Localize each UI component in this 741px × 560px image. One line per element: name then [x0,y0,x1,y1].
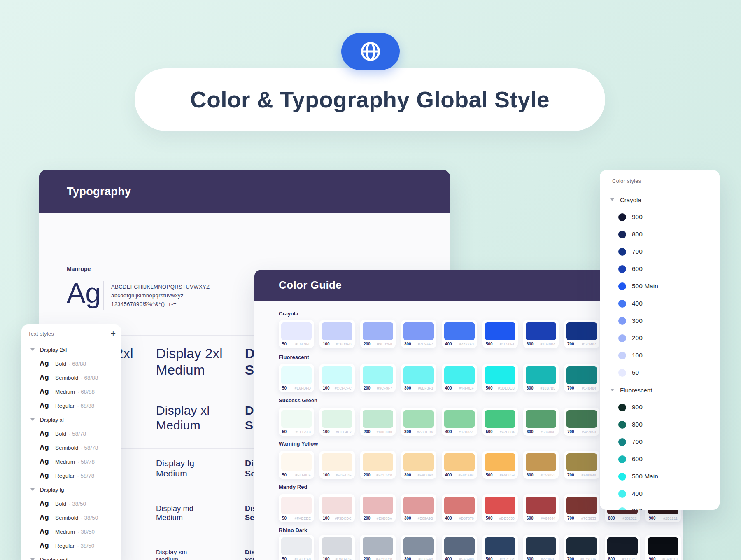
swatch-label-row: 50#EFFAF3 [282,429,311,435]
swatch-shade-label: 600 [527,516,534,520]
color-swatch-card[interactable]: 100#CCFCFC [319,364,355,392]
color-swatch-card[interactable]: 600#18B7B5 [523,364,559,392]
color-swatch-card[interactable]: 200#ACB4C0 [360,535,396,560]
text-style-item[interactable]: AgBold· 68/88 [21,357,121,371]
color-swatch-card[interactable]: 100#F3DCDC [319,494,355,522]
color-swatch-card[interactable]: 400#D87876 [442,494,477,522]
chevron-down-icon[interactable] [30,558,35,560]
text-style-item[interactable]: AgSemibold· 58/78 [21,441,121,455]
chevron-down-icon[interactable] [610,198,614,201]
text-style-group-display-md[interactable]: Display md [21,553,121,560]
color-swatch-card[interactable]: 300#E09A9B [401,494,436,522]
chevron-down-icon[interactable] [610,389,614,391]
color-swatch-card[interactable]: 700#1D2B3A [564,535,599,560]
text-style-item[interactable]: AgMedium· 68/88 [21,385,121,399]
color-swatch-card[interactable]: 700#143487 [564,320,599,348]
color-swatch-card[interactable]: 500#DD5050 [482,494,518,522]
color-swatch-card[interactable]: 700#A08948 [564,451,599,479]
color-swatch-card[interactable]: 500#47C884 [482,408,518,436]
swatch-label-row: 100#D6D9DF [323,556,352,560]
text-style-item[interactable]: AgMedium· 58/78 [21,455,121,469]
color-swatch-card[interactable]: 300#F9D8A2 [401,451,436,479]
color-swatch-card[interactable]: 300#838FA0 [401,535,436,560]
color-swatch [403,537,434,555]
color-swatch-card[interactable]: 100#D6D9DF [319,535,355,560]
color-swatch-card[interactable]: 200#FCE5C0 [360,451,396,479]
color-style-item[interactable]: 900 [600,208,720,226]
color-swatch-card[interactable]: 500#2C4364 [482,535,518,560]
color-swatch [566,453,597,471]
text-style-group-display-2xl[interactable]: Display 2xl [21,343,121,357]
color-swatch-card[interactable]: 50#E6E9FE [279,320,314,348]
text-style-item[interactable]: AgRegular· 68/88 [21,399,121,413]
swatch-group-label: Fluorescent [279,354,309,360]
color-style-item[interactable]: 200 [600,329,720,347]
color-swatch-card[interactable]: 700#427853 [564,408,599,436]
color-swatch-card[interactable]: 200#9EB2F8 [360,320,396,348]
color-swatch-card[interactable]: 400#5A6980 [442,535,477,560]
color-swatch-card[interactable]: 50#FAEEEE [279,494,314,522]
chevron-down-icon[interactable] [30,348,35,351]
color-swatch [281,497,312,514]
color-swatch-card[interactable]: 400#4477F3 [442,320,477,348]
color-swatch-card[interactable]: 300#7E9AF7 [401,320,436,348]
color-style-item[interactable]: 600 [600,450,720,468]
color-swatch-card[interactable]: 300#A3DEB6 [401,408,436,436]
color-style-item[interactable]: 700 [600,433,720,450]
color-swatch-card[interactable]: 600#1B40B4 [523,320,559,348]
color-swatch-card[interactable]: 300#6EF3F3 [401,364,436,392]
color-style-item[interactable]: 800 [600,226,720,243]
color-swatch-card[interactable]: 100#DFF4E7 [319,408,355,436]
color-swatch-card[interactable]: 200#9CF9F7 [360,364,396,392]
color-swatch-card[interactable]: 600#58A06F [523,408,559,436]
color-swatch-card[interactable]: 400#F8CA84 [442,451,477,479]
color-swatch-card[interactable]: 200#C0E8D0 [360,408,396,436]
color-style-item[interactable]: 500 Main [600,278,720,295]
text-style-item[interactable]: AgBold· 58/78 [21,427,121,441]
color-swatch-card[interactable]: 200#E9B8BA [360,494,396,522]
color-style-item[interactable]: 600 [600,260,720,278]
color-swatch-card[interactable]: 400#44F0EF [442,364,477,392]
color-style-item[interactable]: 700 [600,243,720,260]
color-style-item[interactable]: 400 [600,295,720,312]
color-style-group-crayola[interactable]: Crayola [600,191,720,208]
color-style-item[interactable]: 300 [600,312,720,329]
text-style-group-display-xl[interactable]: Display xl [21,413,121,427]
color-style-item[interactable]: 300 [600,502,720,510]
color-style-item[interactable]: 100 [600,347,720,364]
color-swatch-card[interactable]: 50#EFFAF3 [279,408,314,436]
color-swatch-card[interactable]: 100#FDF1DF [319,451,355,479]
color-swatch-card[interactable]: 700#7C3633 [564,494,599,522]
color-swatch-card[interactable]: 600#A64044 [523,494,559,522]
text-style-item[interactable]: AgSemibold· 38/50 [21,511,121,525]
color-swatch-card[interactable]: 500#1DEDEB [482,364,518,392]
text-style-group-display-lg[interactable]: Display lg [21,483,121,497]
text-style-item[interactable]: AgBold· 38/50 [21,497,121,511]
text-style-item[interactable]: AgRegular· 38/50 [21,539,121,553]
color-swatch-card[interactable]: 900#0A0D13 [645,535,681,560]
color-swatch-card[interactable]: 100#C6D0FB [319,320,355,348]
color-style-item[interactable]: 400 [600,485,720,502]
color-swatch-card[interactable]: 700#148484 [564,364,599,392]
color-style-item[interactable]: 50 [600,364,720,381]
add-text-style-button[interactable]: + [111,329,116,338]
text-style-item[interactable]: AgRegular· 58/78 [21,469,121,483]
swatch-shade-label: 200 [364,473,370,477]
color-style-item[interactable]: 900 [600,399,720,416]
color-swatch-card[interactable]: 50#EAECF0 [279,535,314,560]
color-swatch-card[interactable]: 600#27384E [523,535,559,560]
color-style-item[interactable]: 500 Main [600,468,720,485]
chevron-down-icon[interactable] [30,418,35,421]
chevron-down-icon[interactable] [30,488,35,491]
color-swatch-card[interactable]: 800#141B27 [605,535,640,560]
color-swatch-card[interactable]: 400#87D3A1 [442,408,477,436]
color-swatch-card[interactable]: 500#1E58F1 [482,320,518,348]
color-style-group-fluorescent[interactable]: Fluorescent [600,381,720,399]
color-swatch-card[interactable]: 600#C59853 [523,451,559,479]
text-style-item[interactable]: AgMedium· 38/50 [21,525,121,539]
color-swatch-card[interactable]: 50#FEF8EF [279,451,314,479]
color-style-item[interactable]: 800 [600,416,720,433]
color-swatch-card[interactable]: 500#F9B859 [482,451,518,479]
text-style-item[interactable]: AgSemibold· 68/88 [21,371,121,385]
color-swatch-card[interactable]: 50#E6FDFD [279,364,314,392]
